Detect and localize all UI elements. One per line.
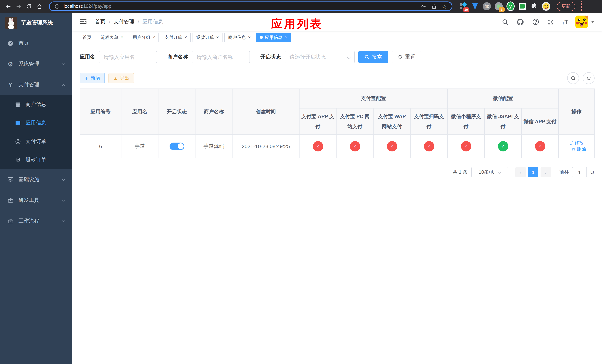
extension-blocks-icon[interactable]: 10 bbox=[459, 2, 467, 10]
password-key-icon[interactable] bbox=[420, 3, 427, 10]
refresh-table-icon[interactable] bbox=[583, 72, 595, 84]
breadcrumb: 首页 / 支付管理 / 应用信息 bbox=[95, 19, 163, 25]
sidebar-subitem-app-info[interactable]: 应用信息 bbox=[0, 114, 72, 132]
sidebar-collapse-icon[interactable] bbox=[80, 18, 87, 26]
chevron-down-icon bbox=[62, 220, 65, 222]
browser-menu-icon[interactable]: ⋮⋮⋮ bbox=[579, 2, 583, 11]
browser-update-button[interactable]: 更新 bbox=[557, 2, 575, 11]
tab-close-icon[interactable]: × bbox=[248, 35, 251, 40]
extension-kite-icon[interactable] bbox=[471, 2, 479, 10]
browser-forward-icon[interactable] bbox=[14, 2, 23, 11]
enabled-toggle[interactable] bbox=[169, 143, 184, 150]
page-number-button[interactable]: 1 bbox=[528, 167, 538, 177]
refresh-icon bbox=[398, 54, 403, 60]
goto-label: 前往 bbox=[559, 169, 569, 175]
document-copy-icon bbox=[14, 157, 21, 163]
tab-close-icon[interactable]: × bbox=[216, 35, 219, 40]
browser-back-icon[interactable] bbox=[4, 2, 13, 11]
tab-label: 退款订单 bbox=[196, 34, 214, 41]
status-select[interactable]: 请选择开启状态 bbox=[285, 51, 355, 63]
tab-首页[interactable]: 首页 bbox=[79, 32, 95, 42]
browser-home-icon[interactable] bbox=[35, 2, 44, 11]
delete-link[interactable]: 删除 bbox=[571, 146, 586, 152]
sidebar-subitem-merchant-info[interactable]: 商户信息 bbox=[0, 95, 72, 114]
cross-circle-icon: × bbox=[313, 141, 323, 151]
extension-recorder-icon[interactable]: 1 bbox=[495, 2, 503, 10]
reset-button[interactable]: 重置 bbox=[392, 51, 421, 63]
merchant-name-input[interactable] bbox=[192, 51, 250, 63]
tab-close-icon[interactable]: × bbox=[152, 35, 155, 40]
sidebar-item-home[interactable]: 首页 bbox=[0, 33, 72, 54]
goto-page-input[interactable] bbox=[572, 167, 587, 177]
sidebar-item-infrastructure[interactable]: 基础设施 bbox=[0, 169, 72, 190]
tab-close-icon[interactable]: × bbox=[184, 35, 187, 40]
tab-支付订单[interactable]: 支付订单× bbox=[161, 32, 191, 42]
col-header-status: 开启状态 bbox=[158, 89, 195, 135]
tab-应用信息[interactable]: 应用信息× bbox=[256, 32, 291, 42]
tab-label: 流程表单 bbox=[101, 34, 118, 41]
export-button[interactable]: 导出 bbox=[108, 73, 134, 83]
add-button[interactable]: 新增 bbox=[80, 73, 105, 83]
next-page-button[interactable]: › bbox=[540, 167, 551, 177]
sidebar-logo[interactable]: 芋道管理系统 bbox=[0, 13, 72, 33]
cell-pay-status: × bbox=[336, 135, 373, 158]
tab-用户分组[interactable]: 用户分组× bbox=[129, 32, 159, 42]
extension-command-icon[interactable]: ⌘ bbox=[483, 2, 491, 10]
tab-label: 应用信息 bbox=[265, 34, 282, 41]
app-name-input[interactable] bbox=[99, 51, 157, 63]
hide-search-icon[interactable] bbox=[567, 72, 579, 84]
table-toolbar: 新增 导出 bbox=[80, 72, 595, 84]
user-menu[interactable] bbox=[575, 16, 595, 28]
prev-page-button[interactable]: ‹ bbox=[515, 167, 526, 177]
browser-reload-icon[interactable] bbox=[24, 2, 33, 11]
page-size-select[interactable]: 10条/页 bbox=[471, 167, 508, 177]
github-icon[interactable] bbox=[516, 18, 525, 26]
bookmark-star-icon[interactable]: ☆ bbox=[441, 3, 448, 10]
download-icon bbox=[113, 76, 118, 81]
app-name-label: 应用名 bbox=[80, 54, 95, 60]
cross-circle-icon: × bbox=[424, 141, 434, 151]
tab-商户信息[interactable]: 商户信息× bbox=[224, 32, 254, 42]
sidebar-item-payment[interactable]: ¥ 支付管理 bbox=[0, 75, 72, 95]
help-icon[interactable] bbox=[532, 18, 540, 26]
sidebar-subitem-refund-order[interactable]: 退款订单 bbox=[0, 151, 72, 169]
tab-close-icon[interactable]: × bbox=[121, 35, 123, 40]
sidebar-item-system[interactable]: ⚙ 系统管理 bbox=[0, 54, 72, 75]
cross-circle-icon: × bbox=[350, 141, 360, 151]
cross-circle-icon: × bbox=[535, 141, 545, 151]
tab-label: 首页 bbox=[83, 34, 91, 41]
profile-avatar-icon[interactable] bbox=[542, 2, 550, 10]
extension-chat-icon[interactable] bbox=[518, 2, 527, 10]
briefcase-icon bbox=[7, 197, 14, 204]
sidebar-item-devtools[interactable]: 研发工具 bbox=[0, 190, 72, 211]
sidebar-item-workflow[interactable]: 工作流程 bbox=[0, 211, 72, 231]
pay-col-header: 微信 APP 支付 bbox=[521, 108, 559, 135]
fullscreen-icon[interactable] bbox=[547, 18, 555, 26]
extension-y-icon[interactable]: y bbox=[506, 2, 515, 10]
grid-icon bbox=[14, 120, 21, 126]
header-search-icon[interactable] bbox=[501, 18, 509, 26]
briefcase-icon bbox=[7, 217, 14, 225]
extensions-puzzle-icon[interactable] bbox=[530, 2, 538, 10]
cell-pay-status: × bbox=[521, 135, 559, 158]
tab-close-icon[interactable]: × bbox=[285, 35, 287, 40]
address-bar[interactable]: localhost:1024/pay/app ☆ bbox=[49, 1, 452, 11]
sidebar-subitem-pay-order[interactable]: 支付订单 bbox=[0, 132, 72, 151]
url-text[interactable]: localhost:1024/pay/app bbox=[64, 4, 417, 9]
pagination-total: 共 1 条 bbox=[453, 169, 468, 175]
share-icon[interactable] bbox=[430, 3, 438, 10]
breadcrumb-payment[interactable]: 支付管理 bbox=[114, 19, 134, 25]
app-table: 应用编号 应用名 开启状态 商户名称 创建时间 支付宝配置 微信配置 操作 支付… bbox=[80, 88, 595, 158]
font-size-icon[interactable]: TT bbox=[562, 19, 568, 25]
breadcrumb-home[interactable]: 首页 bbox=[95, 19, 106, 25]
site-info-icon[interactable] bbox=[53, 3, 61, 10]
cell-pay-status: × bbox=[299, 135, 336, 158]
cell-actions: 修改 删除 bbox=[559, 135, 594, 158]
edit-link[interactable]: 修改 bbox=[569, 140, 584, 146]
pay-col-header: 支付宝 PC 网站支付 bbox=[336, 108, 373, 135]
tab-退款订单[interactable]: 退款订单× bbox=[193, 32, 223, 42]
sidebar-item-label: 工作流程 bbox=[19, 218, 62, 225]
plus-icon bbox=[85, 76, 89, 80]
search-button[interactable]: 搜索 bbox=[358, 51, 388, 63]
tab-流程表单[interactable]: 流程表单× bbox=[97, 32, 127, 42]
